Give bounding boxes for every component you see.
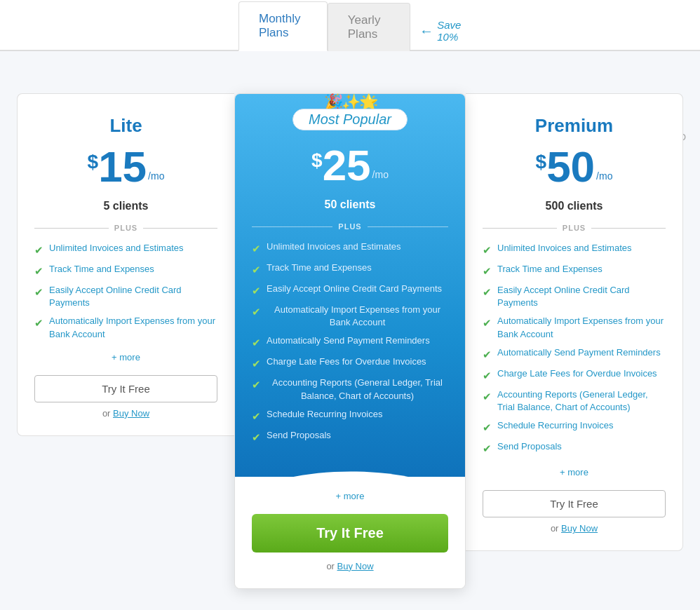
plus-clients: 50 clients xyxy=(252,198,448,211)
lite-plus-text: PLUS xyxy=(114,224,137,232)
save-label: Save 10% xyxy=(437,19,462,43)
lite-price-per: /mo xyxy=(148,170,164,182)
check-icon: ✔ xyxy=(483,420,492,435)
check-icon: ✔ xyxy=(34,264,43,278)
plus-card-bottom: + more Try It Free or Buy Now xyxy=(235,477,465,588)
premium-price-amount: 50 xyxy=(546,145,595,189)
check-icon: ✔ xyxy=(252,356,261,371)
check-icon: ✔ xyxy=(483,285,492,299)
lite-feature-1: ✔ Unlimited Invoices and Estimates xyxy=(34,242,217,257)
lite-price-row: $ 15 /mo xyxy=(34,145,217,189)
plus-try-free-button[interactable]: Try It Free xyxy=(252,514,448,553)
most-popular-wrapper: 🎉✨🌟 Most Popular xyxy=(252,93,448,130)
premium-feature-6: ✔ Charge Late Fees for Overdue Invoices xyxy=(483,367,666,383)
check-icon: ✔ xyxy=(34,316,43,330)
premium-line-right xyxy=(591,228,666,229)
lite-feat-text-2: Track Time and Expenses xyxy=(49,263,154,276)
plans-container: 🎉✨🌟 Most Popular All Prices in USD Lite … xyxy=(0,93,700,589)
premium-feature-5: ✔ Automatically Send Payment Reminders xyxy=(483,346,666,362)
plus-buy-now-link[interactable]: Buy Now xyxy=(337,561,374,571)
premium-plus-text: PLUS xyxy=(563,224,586,232)
tabs-bar: Monthly Plans Yearly Plans ← Save 10% xyxy=(0,0,700,51)
check-icon: ✔ xyxy=(483,264,492,278)
premium-feat-text-5: Automatically Send Payment Reminders xyxy=(497,346,661,359)
check-icon: ✔ xyxy=(252,283,261,298)
lite-plus-divider: PLUS xyxy=(34,224,217,232)
plus-plus-divider: PLUS xyxy=(252,222,448,231)
most-popular-label: Most Popular xyxy=(292,109,408,130)
check-icon: ✔ xyxy=(252,430,261,445)
save-badge: ← Save 10% xyxy=(419,19,462,43)
plus-feat-text-5: Automatically Send Payment Reminders xyxy=(267,334,430,347)
plus-feature-6: ✔ Charge Late Fees for Overdue Invoices xyxy=(252,355,448,371)
check-icon: ✔ xyxy=(483,368,492,383)
lite-feat-text-3: Easily Accept Online Credit Card Payment… xyxy=(49,284,217,309)
premium-feature-9: ✔ Send Proposals xyxy=(483,440,666,456)
lite-feature-2: ✔ Track Time and Expenses xyxy=(34,263,217,278)
plus-price-amount: 25 xyxy=(323,144,371,187)
check-icon: ✔ xyxy=(252,377,261,392)
premium-feat-text-2: Track Time and Expenses xyxy=(497,263,603,276)
check-icon: ✔ xyxy=(34,285,43,299)
plus-feature-7: ✔ Accounting Reports (General Ledger, Tr… xyxy=(252,377,448,402)
premium-buy-now-link[interactable]: Buy Now xyxy=(561,523,598,534)
plus-feat-text-3: Easily Accept Online Credit Card Payment… xyxy=(267,283,442,295)
premium-line-left xyxy=(483,228,557,229)
lite-line-right xyxy=(143,228,217,229)
tab-monthly[interactable]: Monthly Plans xyxy=(238,1,328,51)
lite-more-link[interactable]: + more xyxy=(34,352,217,362)
check-icon: ✔ xyxy=(483,389,492,404)
premium-feat-text-3: Easily Accept Online Credit Card Payment… xyxy=(497,284,666,309)
lite-feat-text-1: Unlimited Invoices and Estimates xyxy=(49,242,183,255)
premium-feature-4: ✔ Automatically Import Expenses from you… xyxy=(483,315,666,340)
plan-card-plus: Plus $ 25 /mo 50 clients PLUS ✔ xyxy=(234,93,466,589)
lite-feature-4: ✔ Automatically Import Expenses from you… xyxy=(34,315,217,340)
plus-feat-text-1: Unlimited Invoices and Estimates xyxy=(267,240,401,253)
premium-feature-list: ✔ Unlimited Invoices and Estimates ✔ Tra… xyxy=(483,242,666,456)
check-icon: ✔ xyxy=(252,409,261,423)
premium-price-row: $ 50 /mo xyxy=(483,145,666,189)
check-icon: ✔ xyxy=(34,243,43,257)
lite-price-amount: 15 xyxy=(98,145,147,189)
lite-or-buy: or Buy Now xyxy=(34,408,217,419)
premium-feat-text-8: Schedule Recurring Invoices xyxy=(497,419,613,432)
check-icon: ✔ xyxy=(252,262,261,277)
plus-more-link[interactable]: + more xyxy=(252,491,448,501)
plus-feature-9: ✔ Send Proposals xyxy=(252,429,448,445)
plus-card-top: Plus $ 25 /mo 50 clients PLUS ✔ xyxy=(235,94,465,498)
plus-feature-1: ✔ Unlimited Invoices and Estimates xyxy=(252,240,448,256)
lite-buy-now-link[interactable]: Buy Now xyxy=(113,408,149,419)
premium-feat-text-7: Accounting Reports (General Ledger, Tria… xyxy=(497,388,666,414)
premium-feature-3: ✔ Easily Accept Online Credit Card Payme… xyxy=(483,284,666,309)
check-icon: ✔ xyxy=(252,241,261,256)
plus-feat-text-6: Charge Late Fees for Overdue Invoices xyxy=(267,355,426,368)
premium-plan-name: Premium xyxy=(483,115,666,137)
lite-try-free-button[interactable]: Try It Free xyxy=(34,375,217,402)
lite-plan-name: Lite xyxy=(34,115,217,137)
premium-more-link[interactable]: + more xyxy=(483,467,666,477)
plus-feature-2: ✔ Track Time and Expenses xyxy=(252,262,448,277)
premium-feature-7: ✔ Accounting Reports (General Ledger, Tr… xyxy=(483,388,666,414)
premium-feat-text-6: Charge Late Fees for Overdue Invoices xyxy=(497,367,657,380)
tab-yearly[interactable]: Yearly Plans xyxy=(328,3,410,51)
premium-dollar-sign: $ xyxy=(536,151,547,173)
page-wrapper: Monthly Plans Yearly Plans ← Save 10% 🎉✨… xyxy=(0,0,700,610)
plus-dollar-sign: $ xyxy=(311,149,323,172)
premium-try-free-button[interactable]: Try It Free xyxy=(483,490,666,517)
premium-clients: 500 clients xyxy=(483,200,666,212)
plus-line-left xyxy=(252,226,332,227)
lite-feature-list: ✔ Unlimited Invoices and Estimates ✔ Tra… xyxy=(34,242,217,341)
check-icon: ✔ xyxy=(483,441,492,456)
lite-clients: 5 clients xyxy=(34,200,217,212)
cards-row: Lite $ 15 /mo 5 clients PLUS ✔ Unlimited… xyxy=(7,93,693,589)
check-icon: ✔ xyxy=(483,347,492,362)
plus-feat-text-8: Schedule Recurring Invoices xyxy=(267,408,382,421)
plus-line-right xyxy=(368,226,448,227)
premium-feature-1: ✔ Unlimited Invoices and Estimates xyxy=(483,242,666,257)
plan-card-lite: Lite $ 15 /mo 5 clients PLUS ✔ Unlimited… xyxy=(17,93,234,436)
plus-price-row: $ 25 /mo xyxy=(252,144,448,187)
premium-or-buy: or Buy Now xyxy=(483,523,666,534)
plus-feature-list: ✔ Unlimited Invoices and Estimates ✔ Tra… xyxy=(252,240,448,445)
check-icon: ✔ xyxy=(483,243,492,257)
plus-or-buy: or Buy Now xyxy=(252,561,448,571)
